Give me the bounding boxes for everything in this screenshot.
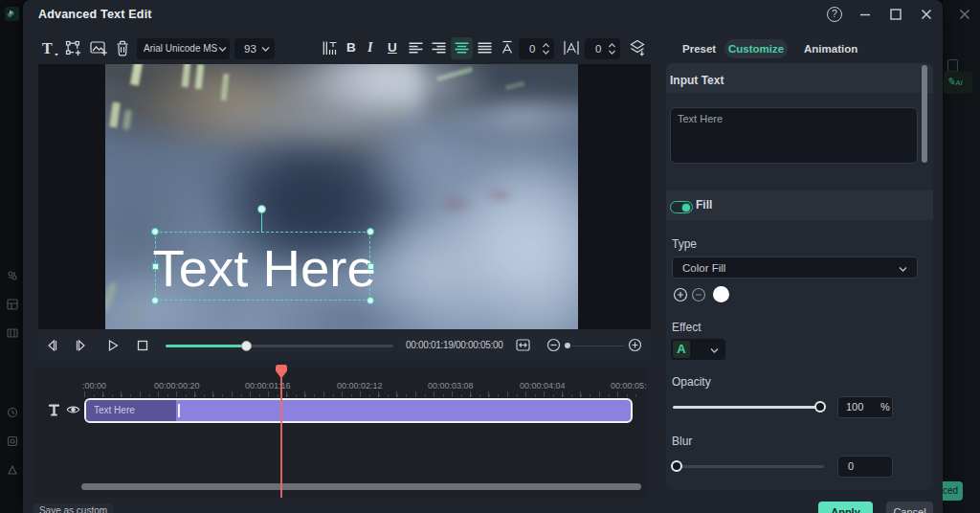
svg-text:T: T — [42, 40, 53, 56]
